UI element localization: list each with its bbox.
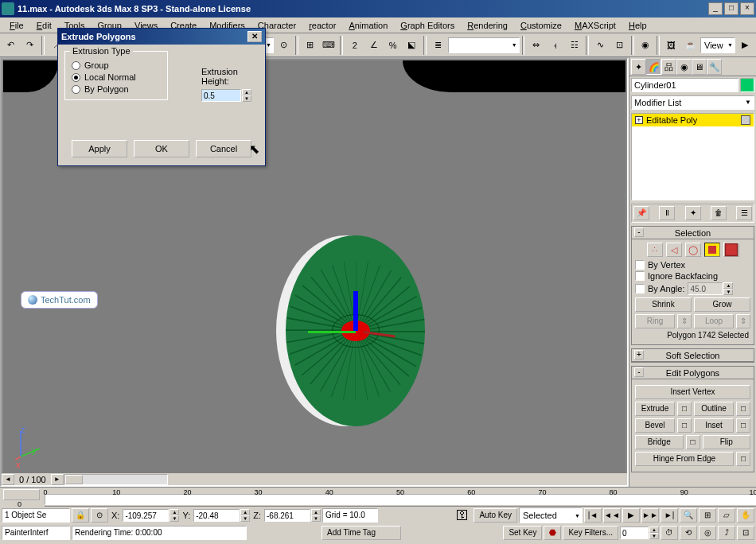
- orbit-button[interactable]: ◎: [699, 526, 716, 540]
- render-scene-button[interactable]: 🖼: [662, 36, 680, 55]
- extrusion-height-input[interactable]: [201, 89, 241, 102]
- fov-button[interactable]: ▱: [718, 508, 735, 523]
- grow-button[interactable]: Grow: [694, 297, 750, 312]
- motion-tab[interactable]: ◉: [676, 59, 692, 75]
- menu-rendering[interactable]: Rendering: [461, 19, 514, 32]
- vertex-level[interactable]: ∴: [647, 243, 663, 257]
- by-angle-checkbox[interactable]: [635, 284, 645, 293]
- maxscript-mini[interactable]: PainterInterf: [2, 526, 70, 540]
- bridge-settings-button[interactable]: □: [686, 435, 700, 449]
- inset-button[interactable]: Inset: [694, 418, 734, 433]
- modifier-stack[interactable]: + Editable Poly: [631, 113, 754, 200]
- key-button[interactable]: ⬣: [544, 526, 561, 540]
- show-end-button[interactable]: Ⅱ: [659, 206, 675, 220]
- align-button[interactable]: ⫞: [546, 36, 564, 55]
- walk-button[interactable]: ⤴: [718, 526, 735, 540]
- scroll-left-button[interactable]: ◄: [2, 474, 14, 485]
- bevel-button[interactable]: Bevel: [635, 418, 675, 433]
- z-coord-input[interactable]: [264, 509, 310, 522]
- menu-customize[interactable]: Customize: [514, 19, 568, 32]
- curve-editor-button[interactable]: ∿: [591, 36, 610, 55]
- extrude-button[interactable]: Extrude: [635, 402, 675, 416]
- time-config-button[interactable]: ⏱: [661, 526, 678, 540]
- named-sel-dropdown[interactable]: [448, 37, 520, 53]
- polygon-level[interactable]: [704, 243, 720, 257]
- soft-rollout-toggle[interactable]: +: [634, 350, 644, 359]
- angle-spin-up[interactable]: ▲: [723, 282, 733, 289]
- time-thumb[interactable]: [3, 489, 40, 500]
- scroll-track[interactable]: [64, 474, 168, 485]
- schematic-button[interactable]: ⊡: [610, 36, 629, 55]
- y-axis-handle[interactable]: [308, 331, 356, 333]
- render-preset-dropdown[interactable]: View: [700, 37, 735, 53]
- extrude-settings-button[interactable]: □: [677, 402, 692, 416]
- pin-stack-button[interactable]: 📌: [633, 206, 649, 220]
- lock-selection-button[interactable]: 🔒: [72, 508, 89, 523]
- configure-button[interactable]: ☰: [736, 206, 752, 220]
- hierarchy-tab[interactable]: 品: [661, 59, 676, 75]
- key-filters-button[interactable]: Key Filters...: [563, 526, 618, 540]
- zoom-button[interactable]: 🔍: [680, 508, 697, 523]
- x-coord-input[interactable]: [123, 509, 169, 522]
- menu-animation[interactable]: Animation: [342, 19, 394, 32]
- border-level[interactable]: ◯: [685, 243, 701, 257]
- render-last-button[interactable]: ▶: [736, 36, 754, 55]
- insert-vertex-button[interactable]: Insert Vertex: [635, 385, 750, 399]
- zoom-all-button[interactable]: ⊞: [699, 508, 716, 523]
- minimize-button[interactable]: _: [708, 2, 723, 15]
- snap-2d-button[interactable]: 2: [345, 36, 364, 55]
- isolate-button[interactable]: ⊙: [91, 508, 108, 523]
- y-coord-input[interactable]: [193, 509, 240, 522]
- stack-editable-poly[interactable]: + Editable Poly: [632, 114, 754, 126]
- angle-spin-down[interactable]: ▼: [723, 289, 733, 295]
- auto-key-button[interactable]: Auto Key: [473, 508, 517, 523]
- rollout-toggle[interactable]: -: [634, 227, 644, 237]
- pivot-button[interactable]: ⊙: [275, 36, 293, 55]
- quick-render-button[interactable]: ☕: [681, 36, 699, 55]
- shrink-button[interactable]: Shrink: [635, 297, 692, 312]
- modify-tab[interactable]: 🌈: [646, 59, 661, 75]
- remove-mod-button[interactable]: 🗑: [711, 206, 727, 220]
- pan-button[interactable]: ✋: [737, 508, 754, 523]
- z-axis-handle[interactable]: [353, 291, 358, 331]
- dialog-titlebar[interactable]: Extrude Polygons ✕: [58, 29, 265, 45]
- display-tab[interactable]: 🖥: [692, 59, 707, 75]
- key-mode-dropdown[interactable]: Selected: [519, 507, 583, 523]
- hinge-button[interactable]: Hinge From Edge: [635, 452, 734, 466]
- layers-button[interactable]: ☷: [565, 36, 583, 55]
- scroll-right-button[interactable]: ►: [51, 474, 64, 485]
- track-bar-key[interactable]: 0: [0, 488, 45, 507]
- local-normal-radio[interactable]: [72, 73, 80, 82]
- menu-reactor[interactable]: reactor: [302, 19, 342, 32]
- goto-end-button[interactable]: ►|: [661, 508, 678, 523]
- menu-maxscript[interactable]: MAXScript: [568, 19, 622, 32]
- edge-level[interactable]: ◁: [666, 243, 682, 257]
- add-time-tag-button[interactable]: Add Time Tag: [321, 526, 401, 540]
- next-frame-button[interactable]: ►►: [641, 508, 659, 523]
- cylinder-object[interactable]: [286, 235, 425, 426]
- dialog-apply-button[interactable]: Apply: [72, 140, 127, 157]
- group-radio[interactable]: [72, 61, 80, 70]
- set-key-button[interactable]: Set Key: [503, 526, 542, 540]
- named-sel-button[interactable]: ≣: [429, 36, 447, 55]
- inset-settings-button[interactable]: □: [736, 418, 750, 433]
- material-button[interactable]: ◉: [637, 36, 655, 55]
- outline-button[interactable]: Outline: [694, 402, 734, 416]
- maximize-button[interactable]: □: [724, 2, 738, 15]
- maximize-viewport-button[interactable]: ⊡: [737, 526, 754, 540]
- flip-button[interactable]: Flip: [703, 435, 751, 449]
- object-color-swatch[interactable]: [740, 78, 754, 92]
- prev-frame-button[interactable]: ◄◄: [603, 508, 621, 523]
- menu-edit[interactable]: Edit: [30, 19, 58, 32]
- by-vertex-checkbox[interactable]: [635, 260, 645, 270]
- scroll-thumb[interactable]: [65, 475, 83, 484]
- modifier-list-dropdown[interactable]: Modifier List: [631, 95, 754, 110]
- hinge-settings-button[interactable]: □: [736, 452, 750, 466]
- create-tab[interactable]: ✦: [631, 59, 646, 75]
- mirror-button[interactable]: ⇔: [527, 36, 545, 55]
- menu-file[interactable]: File: [3, 19, 30, 32]
- bevel-settings-button[interactable]: □: [677, 418, 692, 433]
- spinner-snap-button[interactable]: ⬕: [403, 36, 421, 55]
- snap-angle-button[interactable]: ∠: [364, 36, 383, 55]
- by-polygon-radio[interactable]: [72, 85, 80, 94]
